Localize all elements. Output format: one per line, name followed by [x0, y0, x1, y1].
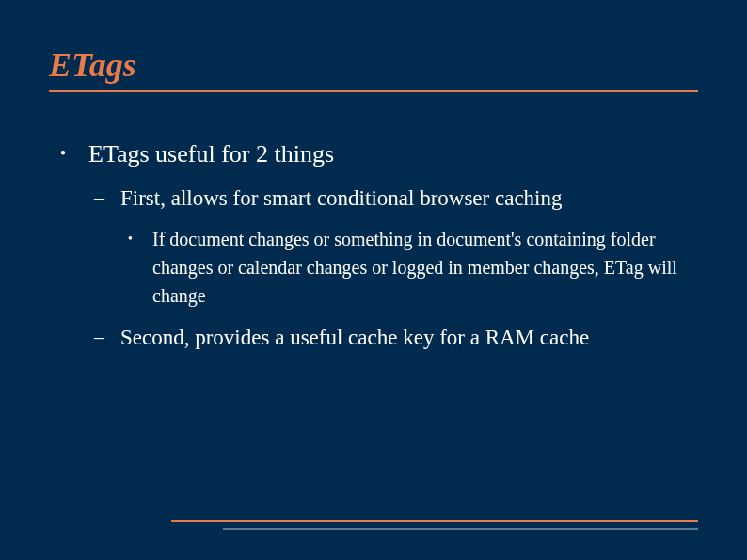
- bullet-text: ETags useful for 2 things: [88, 140, 334, 168]
- slide-title: ETags: [0, 0, 747, 85]
- bullet-text: If document changes or something in docu…: [152, 229, 677, 306]
- bullet-list-level2: First, allows for smart conditional brow…: [88, 184, 691, 353]
- footer-line-accent: [171, 520, 698, 522]
- list-item: If document changes or something in docu…: [120, 225, 691, 310]
- footer-line-secondary: [223, 528, 698, 530]
- footer-decoration: [171, 520, 698, 530]
- list-item: First, allows for smart conditional brow…: [88, 184, 691, 310]
- bullet-text: Second, provides a useful cache key for …: [120, 326, 589, 349]
- slide-body: ETags useful for 2 things First, allows …: [0, 92, 747, 353]
- bullet-list-level3: If document changes or something in docu…: [120, 225, 691, 310]
- slide: ETags ETags useful for 2 things First, a…: [0, 0, 747, 560]
- list-item: Second, provides a useful cache key for …: [88, 323, 691, 353]
- bullet-list-level1: ETags useful for 2 things First, allows …: [56, 137, 691, 353]
- list-item: ETags useful for 2 things First, allows …: [56, 137, 691, 353]
- bullet-text: First, allows for smart conditional brow…: [120, 186, 562, 210]
